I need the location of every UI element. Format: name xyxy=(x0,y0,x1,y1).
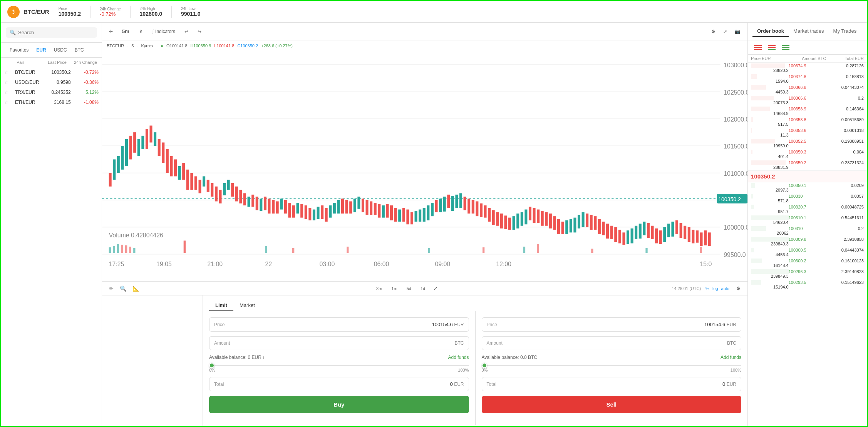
pct-option[interactable]: % xyxy=(705,286,709,291)
pair-row-usdceur[interactable]: ☆ USDC/EUR 0.9598 -0.36% xyxy=(1,77,102,87)
tab-btc[interactable]: BTC xyxy=(71,46,88,54)
search-input-wrap[interactable]: 🔍 xyxy=(6,27,97,38)
buy-slider-thumb[interactable] xyxy=(209,363,214,368)
sell-slider-labels: 0% 100% xyxy=(482,368,742,372)
svg-rect-80 xyxy=(354,198,356,212)
sell-add-funds[interactable]: Add funds xyxy=(721,355,741,360)
buy-amount-field[interactable]: Amount BTC xyxy=(209,336,469,350)
star-icon[interactable]: ☆ xyxy=(4,80,15,85)
svg-rect-92 xyxy=(402,208,405,222)
sell-slider[interactable] xyxy=(482,365,742,366)
buy-slider[interactable] xyxy=(209,365,469,366)
star-icon[interactable]: ☆ xyxy=(4,90,15,95)
redo-btn[interactable]: ↪ xyxy=(195,27,204,36)
star-icon[interactable]: ☆ xyxy=(4,70,15,75)
tab-my-trades[interactable]: My Trades xyxy=(829,26,861,37)
ob-ask-row[interactable]: 100353.60.000131811.3 xyxy=(748,127,867,138)
ob-sell-only-btn[interactable] xyxy=(752,43,763,51)
chart-bottom-bar: ✏ 🔍 📐 3m 1m 5d 1d ⤢ 14:28:01 (UTC) % xyxy=(102,281,747,295)
search-box: 🔍 xyxy=(1,23,102,43)
1m-btn[interactable]: 1m xyxy=(388,285,400,292)
pencil-tool[interactable]: ✏ xyxy=(107,284,116,293)
chart-type-btn[interactable]: 🕯 xyxy=(136,27,146,36)
svg-rect-52 xyxy=(239,190,242,203)
zoom-tool[interactable]: 🔍 xyxy=(117,284,129,293)
svg-rect-184 xyxy=(184,240,186,253)
undo-btn[interactable]: ↩ xyxy=(182,27,191,36)
ob-ask-row[interactable]: 100350.30.004401.4 xyxy=(748,149,867,160)
sell-button[interactable]: Sell xyxy=(482,396,742,413)
pairs-table: Pair Last Price 24h Change ☆ BTC/EUR 100… xyxy=(1,58,102,426)
ob-bid-row[interactable]: 1003100.220062 xyxy=(748,225,867,236)
svg-rect-94 xyxy=(411,212,413,225)
ob-bid-row[interactable]: 100300.50.044430744456.4 xyxy=(748,247,867,258)
ob-ask-row[interactable]: 100366.60.220073.3 xyxy=(748,95,867,106)
ob-ask-row[interactable]: 100352.50.1988895119959.0 xyxy=(748,138,867,149)
chart-canvas[interactable]: 103000.0 102500.0 102000.0 101500.0 1010… xyxy=(102,51,747,281)
ob-bid-row[interactable]: 100320.70.00948725951.7 xyxy=(748,204,867,215)
5d-btn[interactable]: 5d xyxy=(404,285,414,292)
ob-bid-row[interactable]: 100309.82.3910858239849.3 xyxy=(748,236,867,247)
screenshot-btn[interactable]: 📷 xyxy=(732,27,743,36)
chart-interval: 5 xyxy=(131,43,134,48)
pair-row-etheur[interactable]: ☆ ETH/EUR 3168.15 -1.08% xyxy=(1,97,102,107)
ob-bid-row[interactable]: 100293.50.1514962315194.0 xyxy=(748,279,867,290)
ohlc-high: H100350.9 xyxy=(190,43,211,48)
ob-both-btn[interactable] xyxy=(766,43,777,51)
high-value: 102800.0 xyxy=(140,11,162,17)
chart-settings-btn[interactable]: ⚙ xyxy=(734,284,743,293)
svg-rect-134 xyxy=(573,218,576,233)
ob-bid-row[interactable]: 1003300.0057571.8 xyxy=(748,193,867,204)
tab-order-book[interactable]: Order book xyxy=(752,26,789,37)
tab-usdc[interactable]: USDC xyxy=(50,46,71,54)
svg-rect-67 xyxy=(300,204,303,217)
ob-bid-row[interactable]: 100350.10.02092097.3 xyxy=(748,182,867,193)
expand-btn[interactable]: ⤢ xyxy=(721,27,729,36)
pair-row-trxeur[interactable]: ☆ TRX/EUR 0.245352 5.12% xyxy=(1,87,102,97)
tab-market-trades[interactable]: Market trades xyxy=(789,26,828,37)
ob-ask-row[interactable]: 100358.80.00515689517.5 xyxy=(748,117,867,127)
crosshair-tool-btn[interactable]: ✛ xyxy=(107,27,115,36)
svg-rect-77 xyxy=(341,198,344,214)
search-input[interactable] xyxy=(18,30,93,35)
buy-price-field[interactable]: Price 100154.6 EUR xyxy=(209,317,469,332)
market-tab[interactable]: Market xyxy=(233,300,261,311)
measure-tool[interactable]: 📐 xyxy=(130,284,141,293)
tab-favorites[interactable]: Favorites xyxy=(6,46,32,54)
ob-buy-only-btn[interactable] xyxy=(780,43,791,51)
1d-btn[interactable]: 1d xyxy=(417,285,428,292)
buy-button[interactable]: Buy xyxy=(209,396,469,413)
buy-add-funds[interactable]: Add funds xyxy=(448,355,469,360)
tab-eur[interactable]: EUR xyxy=(32,46,50,54)
ob-bid-row[interactable]: 100300.20.1610012316148.4 xyxy=(748,258,867,269)
svg-rect-28 xyxy=(141,136,144,149)
ob-ask-row[interactable]: 100350.20.2873132428831.9 xyxy=(748,160,867,170)
sell-slider-thumb[interactable] xyxy=(482,363,487,368)
svg-rect-33 xyxy=(162,142,164,163)
3m-btn[interactable]: 3m xyxy=(373,285,385,292)
svg-rect-34 xyxy=(166,149,169,173)
svg-rect-24 xyxy=(125,139,128,166)
auto-option[interactable]: auto xyxy=(721,286,729,291)
svg-rect-47 xyxy=(219,190,221,203)
svg-rect-79 xyxy=(349,201,352,214)
indicators-btn[interactable]: ∫ Indicators xyxy=(150,27,178,36)
star-icon[interactable]: ☆ xyxy=(4,100,15,105)
svg-rect-85 xyxy=(374,203,377,215)
ob-bid-row[interactable]: 100296.32.39140823239849.3 xyxy=(748,269,867,279)
sell-amount-field[interactable]: Amount BTC xyxy=(482,336,742,350)
interval-btn[interactable]: 5m xyxy=(120,27,132,36)
sell-price-field[interactable]: Price 100154.6 EUR xyxy=(482,317,742,332)
pair-row-btceur[interactable]: ☆ BTC/EUR 100350.2 -0.72% xyxy=(1,67,102,77)
svg-rect-164 xyxy=(696,230,699,243)
log-option[interactable]: log xyxy=(712,286,718,291)
ob-ask-row[interactable]: 100374.90.28712628820.2 xyxy=(748,63,867,73)
ob-ask-row[interactable]: 100366.80.044430744459.3 xyxy=(748,84,867,95)
svg-text:03:00: 03:00 xyxy=(320,261,335,267)
settings-btn[interactable]: ⚙ xyxy=(709,27,718,36)
ob-ask-row[interactable]: 100374.80.1588131594.0 xyxy=(748,73,867,84)
ob-bid-row[interactable]: 100310.10.5445161154620.4 xyxy=(748,215,867,225)
range-btn[interactable]: ⤢ xyxy=(431,284,440,293)
limit-tab[interactable]: Limit xyxy=(209,300,233,311)
ob-ask-row[interactable]: 100358.90.14636414688.9 xyxy=(748,106,867,117)
